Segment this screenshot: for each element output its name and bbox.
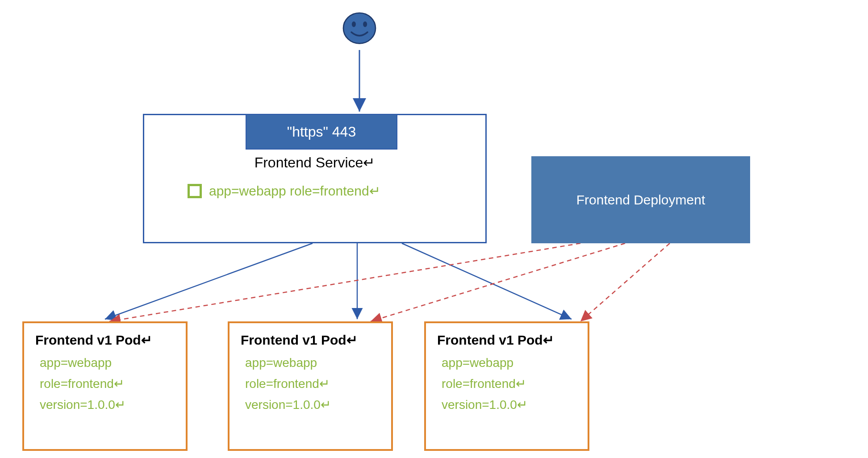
- pod-label: app=webapp: [35, 356, 175, 370]
- pod-box-3: Frontend v1 Pod↵ app=webapp role=fronten…: [424, 321, 589, 451]
- architecture-diagram: "https" 443 Frontend Service↵ app=webapp…: [0, 0, 868, 458]
- svg-line-6: [402, 243, 572, 319]
- pod-label: version=1.0.0↵: [437, 397, 576, 412]
- port-label: "https" 443: [287, 124, 356, 140]
- pod-label: version=1.0.0↵: [35, 397, 175, 412]
- pod-label: app=webapp: [241, 356, 380, 370]
- pod-label: role=frontend↵: [437, 376, 576, 391]
- svg-line-7: [109, 243, 580, 321]
- pod-box-1: Frontend v1 Pod↵ app=webapp role=fronten…: [22, 321, 188, 451]
- svg-point-1: [352, 21, 356, 27]
- svg-point-0: [343, 13, 376, 43]
- pod-box-2: Frontend v1 Pod↵ app=webapp role=fronten…: [228, 321, 393, 451]
- frontend-deployment-box: Frontend Deployment: [531, 156, 750, 243]
- pod-title: Frontend v1 Pod↵: [241, 332, 380, 348]
- user-smiley-icon: [339, 9, 380, 49]
- svg-point-2: [363, 21, 367, 27]
- pod-title: Frontend v1 Pod↵: [437, 332, 576, 348]
- service-title: Frontend Service↵: [143, 154, 487, 171]
- pod-label: role=frontend↵: [35, 376, 175, 391]
- service-selector-text: app=webapp role=frontend↵: [209, 183, 380, 199]
- service-port-badge: "https" 443: [246, 114, 397, 150]
- selector-square-icon: [188, 184, 202, 198]
- svg-line-9: [580, 243, 670, 321]
- svg-line-8: [371, 243, 625, 321]
- deployment-title: Frontend Deployment: [576, 192, 705, 208]
- svg-line-4: [105, 243, 313, 319]
- pod-title: Frontend v1 Pod↵: [35, 332, 175, 348]
- pod-label: version=1.0.0↵: [241, 397, 380, 412]
- pod-label: app=webapp: [437, 356, 576, 370]
- pod-label: role=frontend↵: [241, 376, 380, 391]
- service-selector-row: app=webapp role=frontend↵: [188, 183, 380, 199]
